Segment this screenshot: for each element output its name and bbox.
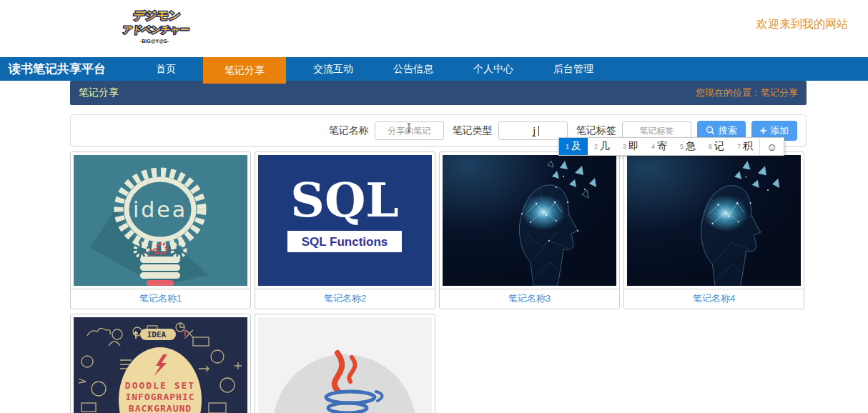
note-card[interactable]: IDEA ! DOODLE SET INFOGRAPHIC BACKGRAUND <box>70 314 251 413</box>
note-cover-ai-head[interactable] <box>443 155 616 286</box>
nav-item-personal-center[interactable]: 个人中心 <box>460 57 526 81</box>
note-card[interactable] <box>255 314 435 413</box>
note-cover-java[interactable] <box>258 317 432 413</box>
nav-item-home[interactable]: 首页 <box>143 57 189 81</box>
note-cover-idea-bulb[interactable]: idea <box>74 155 247 286</box>
ime-candidate-char: 寄 <box>657 140 667 153</box>
ime-candidate-char: 及 <box>571 140 581 153</box>
note-cover-doodle[interactable]: IDEA ! DOODLE SET INFOGRAPHIC BACKGRAUND <box>74 317 247 413</box>
note-card[interactable]: 笔记名称3 <box>439 151 620 309</box>
ime-candidate-char: 急 <box>686 140 696 153</box>
note-card-title[interactable]: 笔记名称4 <box>624 289 804 309</box>
logo-subtitle: -BIG@Y@S- <box>140 39 169 44</box>
doodle-top-text: IDEA <box>147 330 167 339</box>
ime-candidate[interactable]: 6 记 <box>702 138 731 155</box>
note-name-label: 笔记名称 <box>329 124 369 137</box>
ime-candidate[interactable]: 4 寄 <box>645 138 674 155</box>
ime-candidate-char: 几 <box>600 140 610 153</box>
search-button-label: 搜索 <box>719 124 737 137</box>
note-card[interactable]: idea 笔记名称1 <box>70 151 251 309</box>
note-cover-ai-head[interactable] <box>627 155 801 286</box>
note-cover-sql[interactable]: SQL SQL Functions <box>258 155 432 286</box>
ime-candidate-number: 6 <box>709 143 712 150</box>
nav-item-note-share[interactable]: 笔记分享 <box>203 57 286 84</box>
ime-candidate[interactable]: 2 几 <box>588 138 616 155</box>
plus-icon: + <box>760 125 766 136</box>
ime-candidate[interactable]: 5 急 <box>674 138 702 155</box>
idea-overlay-text: idea <box>133 197 187 222</box>
note-card[interactable]: SQL SQL Functions 笔记名称2 <box>255 151 435 309</box>
doodle-top-mark: ! <box>182 329 188 342</box>
ime-candidate-number: 7 <box>737 143 741 150</box>
nav-item-admin[interactable]: 后台管理 <box>541 57 606 81</box>
note-type-label: 笔记类型 <box>453 124 493 137</box>
ime-candidate-char: 记 <box>714 140 724 153</box>
note-tag-label: 笔记标签 <box>576 124 616 137</box>
ime-candidate-window: 1 及 2 几 3 即 4 寄 5 急 6 记 7 积 ☺ <box>558 137 784 156</box>
add-button-label: 添加 <box>770 124 789 137</box>
ime-candidate-number: 2 <box>594 143 598 150</box>
note-type-input[interactable] <box>498 121 568 140</box>
ime-candidate-number: 1 <box>566 143 569 150</box>
ime-candidate[interactable]: 3 即 <box>616 138 645 155</box>
doodle-line1: DOODLE SET <box>125 380 195 391</box>
ime-candidate-number: 3 <box>623 143 626 150</box>
note-card-title[interactable]: 笔记名称1 <box>71 289 250 309</box>
breadcrumb-bar: 笔记分享 您现在的位置：笔记分享 <box>70 81 807 105</box>
note-card-title[interactable]: 笔记名称2 <box>255 289 435 309</box>
note-card-title[interactable]: 笔记名称3 <box>440 289 619 309</box>
sql-heading: SQL <box>290 172 399 228</box>
nav-items: 首页 笔记分享 交流互动 公告信息 个人中心 后台管理 <box>136 57 613 81</box>
nav-item-interaction[interactable]: 交流互动 <box>300 57 366 81</box>
sql-caption: SQL Functions <box>302 235 388 249</box>
digimon-logo: デジモン アドベンチャー -BIG@Y@S- <box>119 4 190 49</box>
welcome-text: 欢迎来到我的网站 <box>756 17 848 32</box>
ime-candidate[interactable]: 1 及 <box>559 138 588 155</box>
ime-candidate-char: 即 <box>628 140 638 153</box>
site-brand[interactable]: 读书笔记共享平台 <box>0 61 116 77</box>
ime-candidate-number: 4 <box>651 143 655 150</box>
page-header: デジモン アドベンチャー -BIG@Y@S- 欢迎来到我的网站 <box>0 0 868 57</box>
ime-emoji-button[interactable]: ☺ <box>759 138 784 155</box>
logo-line1: デジモン <box>133 9 181 21</box>
logo-line2: アドベンチャー <box>122 24 189 35</box>
breadcrumb-location: 您现在的位置：笔记分享 <box>696 86 798 99</box>
note-card[interactable]: 笔记名称4 <box>623 151 804 309</box>
ime-candidate[interactable]: 7 积 <box>731 138 759 155</box>
doodle-line2: INFOGRAPHIC <box>125 392 194 402</box>
nav-item-announcements[interactable]: 公告信息 <box>380 57 446 81</box>
doodle-line3: BACKGRAUND <box>129 403 192 413</box>
main-navbar: 读书笔记共享平台 首页 笔记分享 交流互动 公告信息 个人中心 后台管理 <box>0 57 868 81</box>
note-name-input[interactable] <box>375 121 444 140</box>
page-title: 笔记分享 <box>79 86 119 99</box>
search-icon <box>706 126 715 135</box>
ime-candidate-char: 积 <box>743 140 753 153</box>
note-card-grid: idea 笔记名称1 SQL S <box>70 151 807 413</box>
ime-candidate-number: 5 <box>680 143 684 150</box>
